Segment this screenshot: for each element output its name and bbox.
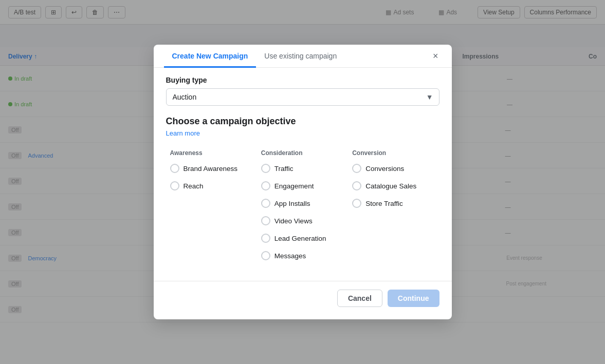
reach-option[interactable]: Reach <box>170 181 253 190</box>
conversions-option[interactable]: Conversions <box>352 164 435 173</box>
app-installs-text: App Installs <box>274 200 310 207</box>
lead-generation-text: Lead Generation <box>274 235 326 242</box>
close-button[interactable]: × <box>430 49 442 64</box>
awareness-column: Awareness Brand Awareness Reach <box>166 149 257 269</box>
radio-app-installs[interactable] <box>261 199 270 208</box>
radio-lead-generation[interactable] <box>261 234 270 243</box>
reach-text: Reach <box>184 182 204 190</box>
objectives-grid: Awareness Brand Awareness Reach Consider… <box>166 149 439 269</box>
modal-body: Buying type Auction ▼ Choose a campaign … <box>154 68 452 277</box>
catalogue-sales-text: Catalogue Sales <box>365 182 416 190</box>
modal-footer: Cancel Continue <box>154 281 452 309</box>
learn-more-link[interactable]: Learn more <box>166 129 200 137</box>
radio-store-traffic[interactable] <box>352 199 361 208</box>
radio-brand-awareness[interactable] <box>170 164 179 173</box>
tab-create-new[interactable]: Create New Campaign <box>164 45 256 68</box>
radio-engagement[interactable] <box>261 181 270 190</box>
radio-video-views[interactable] <box>261 216 270 225</box>
buying-type-select[interactable]: Auction <box>166 88 439 106</box>
brand-awareness-option[interactable]: Brand Awareness <box>170 164 253 173</box>
radio-conversions[interactable] <box>352 164 361 173</box>
awareness-label: Awareness <box>170 149 253 159</box>
store-traffic-text: Store Traffic <box>365 200 403 207</box>
conversions-text: Conversions <box>365 165 404 173</box>
video-views-option[interactable]: Video Views <box>261 216 344 225</box>
traffic-text: Traffic <box>274 165 294 173</box>
messages-option[interactable]: Messages <box>261 251 344 260</box>
radio-messages[interactable] <box>261 251 270 260</box>
video-views-text: Video Views <box>274 217 313 225</box>
messages-text: Messages <box>274 252 306 260</box>
create-campaign-modal: Create New Campaign Use existing campaig… <box>154 45 452 319</box>
modal-header: Create New Campaign Use existing campaig… <box>154 45 452 68</box>
engagement-option[interactable]: Engagement <box>261 181 344 190</box>
continue-button[interactable]: Continue <box>388 290 439 307</box>
consideration-column: Consideration Traffic Engagement App Ins… <box>257 149 348 269</box>
consideration-label: Consideration <box>261 149 344 159</box>
cancel-button[interactable]: Cancel <box>337 290 382 307</box>
engagement-text: Engagement <box>274 182 314 190</box>
conversion-column: Conversion Conversions Catalogue Sales S… <box>348 149 439 269</box>
lead-generation-option[interactable]: Lead Generation <box>261 234 344 243</box>
buying-type-select-wrapper: Auction ▼ <box>166 88 439 106</box>
choose-objective-title: Choose a campaign objective <box>166 116 439 127</box>
catalogue-sales-option[interactable]: Catalogue Sales <box>352 181 435 190</box>
buying-type-label: Buying type <box>166 76 439 84</box>
modal-overlay: Create New Campaign Use existing campaig… <box>0 0 605 364</box>
conversion-label: Conversion <box>352 149 435 159</box>
app-installs-option[interactable]: App Installs <box>261 199 344 208</box>
radio-reach[interactable] <box>170 181 179 190</box>
brand-awareness-text: Brand Awareness <box>184 165 238 173</box>
store-traffic-option[interactable]: Store Traffic <box>352 199 435 208</box>
radio-catalogue-sales[interactable] <box>352 181 361 190</box>
radio-traffic[interactable] <box>261 164 270 173</box>
tab-use-existing[interactable]: Use existing campaign <box>256 45 345 68</box>
traffic-option[interactable]: Traffic <box>261 164 344 173</box>
